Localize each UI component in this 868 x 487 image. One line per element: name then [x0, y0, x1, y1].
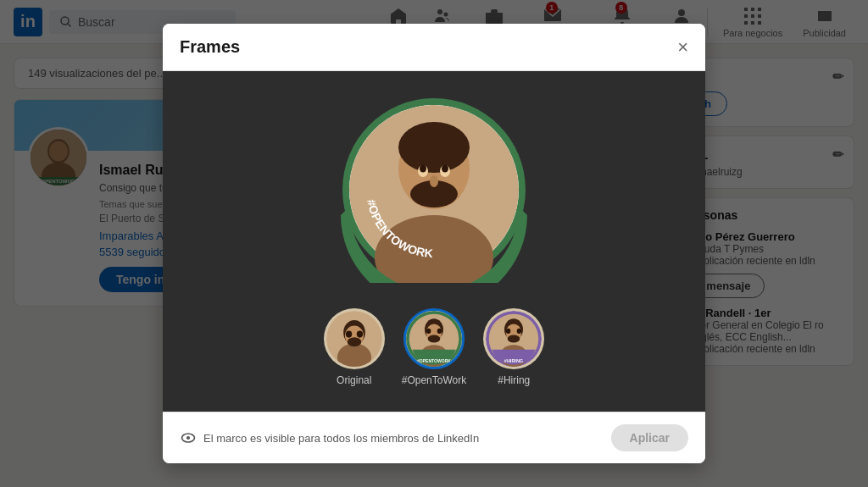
svg-point-47 [428, 335, 441, 342]
thumb-label-hiring: #Hiring [498, 374, 530, 386]
thumb-circle-hiring: #HIRING [483, 308, 544, 369]
svg-point-37 [346, 330, 352, 337]
svg-point-54 [506, 329, 511, 334]
frames-modal: Frames × [163, 24, 705, 463]
modal-header: Frames × [163, 24, 705, 71]
svg-point-59 [186, 436, 190, 440]
svg-point-55 [517, 329, 522, 334]
svg-point-45 [426, 329, 431, 334]
opentowork-ring-svg: #OPENTOWORK [341, 97, 527, 283]
svg-point-39 [348, 337, 362, 346]
svg-point-31 [442, 165, 448, 173]
modal-overlay[interactable]: Frames × [0, 0, 868, 487]
svg-point-25 [398, 122, 470, 173]
modal-footer: El marco es visible para todos los miemb… [163, 412, 705, 463]
apply-button[interactable]: Aplicar [611, 424, 688, 451]
eye-icon [180, 429, 197, 446]
svg-point-29 [430, 175, 438, 187]
thumb-label-original: Original [337, 374, 371, 386]
thumb-original[interactable]: Original [324, 308, 385, 386]
svg-point-56 [508, 335, 520, 342]
thumb-opentowork[interactable]: #OPENTOWORK #OpenToWork [402, 308, 466, 386]
svg-point-38 [357, 330, 363, 337]
modal-close-button[interactable]: × [677, 38, 688, 57]
svg-point-46 [437, 329, 442, 334]
thumb-label-opentowork: #OpenToWork [402, 374, 466, 386]
big-profile-preview: #OPENTOWORK [341, 97, 527, 283]
modal-title: Frames [180, 37, 240, 57]
thumb-circle-original [324, 308, 385, 369]
footer-info: El marco es visible para todos los miemb… [180, 429, 479, 446]
thumbnails-row: Original [324, 308, 544, 386]
svg-text:#OPENTOWORK: #OPENTOWORK [417, 358, 451, 363]
modal-body: #OPENTOWORK [163, 71, 705, 412]
svg-point-30 [420, 165, 426, 173]
thumb-circle-opentowork: #OPENTOWORK [403, 308, 465, 369]
thumb-hiring[interactable]: #HIRING #Hiring [483, 308, 544, 386]
svg-text:#HIRING: #HIRING [504, 358, 523, 363]
